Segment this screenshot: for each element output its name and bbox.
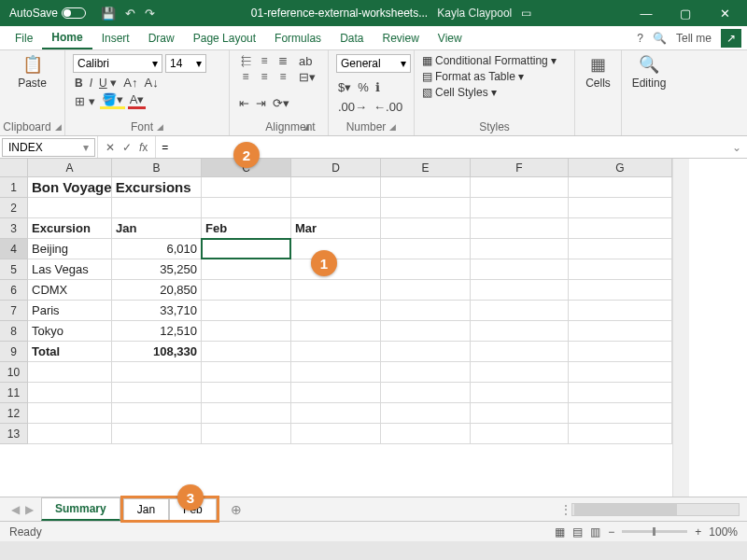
tab-draw[interactable]: Draw [139,28,184,49]
cell-styles-icon: ▧ [422,86,432,99]
share-button[interactable]: ↗ [721,29,741,48]
decrease-indent-button[interactable]: ⇤ [237,96,251,110]
increase-decimal-button[interactable]: .00→ [336,100,369,114]
sheet-tab-summary[interactable]: Summary [41,497,120,521]
row-1[interactable]: 1 [0,177,28,198]
sheet-nav[interactable]: ◀▶ [4,503,41,516]
undo-icon[interactable]: ↶ [125,7,135,21]
select-all-corner[interactable] [0,159,28,177]
close-button[interactable]: ✕ [706,0,743,26]
border-button[interactable]: ⊞ ▾ [73,94,97,108]
search-icon[interactable]: 🔍 [653,32,667,45]
zoom-in-button[interactable]: + [695,525,701,539]
name-box[interactable]: INDEX▾ [2,138,95,157]
help-icon[interactable]: ? [637,32,643,45]
add-sheet-button[interactable]: ⊕ [219,502,253,517]
font-size-combo[interactable]: 14▾ [165,54,206,73]
minimize-button[interactable]: — [627,0,665,26]
cancel-formula-icon[interactable]: ✕ [106,141,115,154]
number-format-combo[interactable]: General▾ [336,54,411,73]
horizontal-scrollbar[interactable]: ⋮ [253,503,743,516]
row-8[interactable]: 8 [0,321,28,342]
font-name-combo[interactable]: Calibri▾ [73,54,162,73]
enter-formula-icon[interactable]: ✓ [122,141,132,154]
tab-formulas[interactable]: Formulas [265,28,331,49]
save-icon[interactable]: 💾 [101,7,116,21]
zoom-out-button[interactable]: − [608,525,614,539]
expand-formula-bar-icon[interactable]: ⌄ [726,141,747,154]
font-color-button[interactable]: A▾ [128,92,147,109]
italic-button[interactable]: I [88,76,94,90]
row-3[interactable]: 3 [0,218,28,239]
row-13[interactable]: 13 [0,424,28,444]
col-A[interactable]: A [28,159,112,177]
tab-data[interactable]: Data [331,28,373,49]
redo-icon[interactable]: ↷ [145,7,155,21]
comma-button[interactable]: ℹ [374,80,382,94]
underline-button[interactable]: U ▾ [97,76,119,90]
format-as-table-button[interactable]: ▤Format as Table▾ [422,70,567,83]
col-B[interactable]: B [112,159,202,177]
maximize-button[interactable]: ▢ [667,0,704,26]
autosave-toggle[interactable]: AutoSave [4,7,92,20]
col-F[interactable]: F [471,159,569,177]
cell-B4: 6,010 [112,239,202,259]
tell-me[interactable]: Tell me [676,32,712,45]
percent-button[interactable]: % [356,80,371,94]
zoom-level[interactable]: 100% [709,525,738,539]
fill-color-button[interactable]: 🪣▾ [100,92,125,109]
cell-A6: CDMX [28,280,112,301]
bold-button[interactable]: B [73,76,85,90]
callout-3: 3 [177,484,204,511]
row-12[interactable]: 12 [0,403,28,424]
conditional-formatting-button[interactable]: ▦Conditional Formatting▾ [422,54,567,67]
row-9[interactable]: 9 [0,342,28,362]
row-5[interactable]: 5 [0,259,28,280]
row-7[interactable]: 7 [0,301,28,321]
tab-review[interactable]: Review [373,28,428,49]
alignment-buttons[interactable]: ⬱≡≣≡≡≡ [237,54,291,84]
row-6[interactable]: 6 [0,280,28,301]
decrease-decimal-button[interactable]: ←.00 [372,100,404,114]
ribbon-options-icon[interactable]: ▭ [521,7,531,20]
view-page-layout-icon[interactable]: ▤ [572,525,583,539]
fx-icon[interactable]: fx [139,141,148,154]
decrease-font-button[interactable]: A↓ [142,76,160,90]
view-page-break-icon[interactable]: ▥ [590,525,600,539]
vertical-scrollbar[interactable] [672,159,689,497]
sheet-tab-jan[interactable]: Jan [123,498,169,520]
group-cells: ▦Cells [575,50,622,135]
orientation-button[interactable]: ⟳▾ [271,96,291,110]
tab-view[interactable]: View [429,28,472,49]
cell-A9: Total [28,342,112,362]
group-editing: 🔍Editing [622,50,676,135]
status-bar: Ready ▦ ▤ ▥ − + 100% [0,521,747,541]
cells[interactable]: Bon Voyage Excursions ExcursionJanFebMar… [28,177,672,444]
col-D[interactable]: D [291,159,381,177]
merge-button[interactable]: ⊟▾ [297,70,317,84]
increase-font-button[interactable]: A↑ [121,76,139,90]
paste-button[interactable]: 📋Paste [7,54,57,90]
editing-button[interactable]: 🔍Editing [629,54,669,90]
cells-button[interactable]: ▦Cells [583,54,613,90]
cell-styles-button[interactable]: ▧Cell Styles▾ [422,86,567,99]
increase-indent-button[interactable]: ⇥ [254,96,268,110]
tab-insert[interactable]: Insert [92,28,139,49]
tab-home[interactable]: Home [42,27,92,49]
row-11[interactable]: 11 [0,383,28,403]
col-E[interactable]: E [381,159,471,177]
paste-icon: 📋 [22,54,43,75]
tab-file[interactable]: File [6,28,42,49]
row-10[interactable]: 10 [0,362,28,383]
cell-A5: Las Vegas [28,259,112,280]
view-normal-icon[interactable]: ▦ [555,525,565,539]
row-4[interactable]: 4 [0,239,28,259]
currency-button[interactable]: $▾ [336,80,353,94]
col-G[interactable]: G [569,159,672,177]
row-2[interactable]: 2 [0,198,28,218]
wrap-text-button[interactable]: ab [297,54,317,68]
quick-access-toolbar: 💾 ↶ ↷ [101,7,155,21]
cell-C3: Feb [202,218,291,239]
tab-page-layout[interactable]: Page Layout [184,28,265,49]
cell-B3: Jan [112,218,202,239]
